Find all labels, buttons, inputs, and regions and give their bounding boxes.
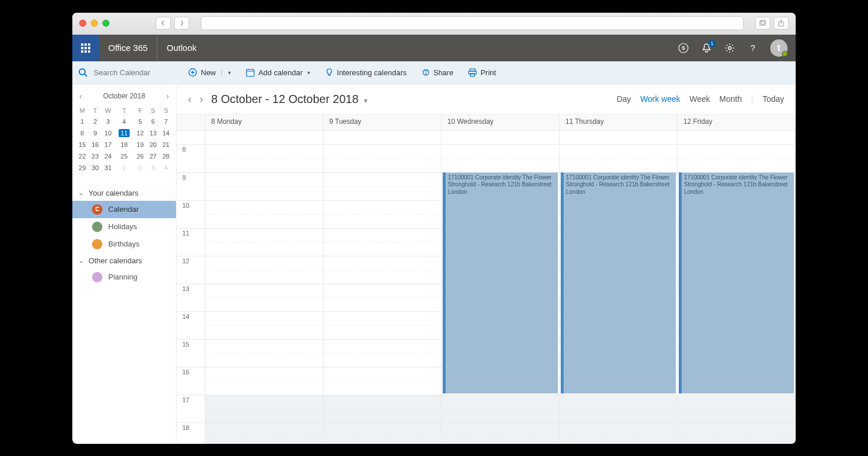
time-slot[interactable] [205, 284, 323, 311]
time-slot[interactable] [442, 395, 559, 422]
minical-day[interactable]: 25 [115, 150, 134, 162]
minical-day[interactable]: 30 [89, 162, 101, 174]
time-slot[interactable] [205, 311, 323, 339]
app-label[interactable]: Outlook [157, 43, 206, 53]
day-column[interactable] [205, 145, 323, 444]
calendar-event[interactable]: 17100001 Corporate identity The Flower S… [679, 172, 794, 394]
new-button[interactable]: New |▾ [188, 68, 231, 77]
window-close-button[interactable] [79, 20, 86, 27]
allday-cell[interactable] [442, 131, 560, 144]
calendar-group-other[interactable]: ⌄Other calendars [72, 253, 176, 269]
browser-tabs-button[interactable] [755, 17, 770, 30]
interesting-calendars-button[interactable]: Interesting calendars [325, 68, 407, 77]
time-slot[interactable] [678, 395, 795, 422]
time-slot[interactable] [323, 339, 441, 367]
notifications-button[interactable]: 1 [701, 42, 712, 54]
address-bar[interactable] [201, 16, 744, 30]
calendar-group-your[interactable]: ⌄Your calendars [72, 185, 176, 201]
day-column[interactable]: 17100001 Corporate identity The Flower S… [560, 145, 678, 444]
view-week[interactable]: Week [690, 94, 711, 104]
minical-day[interactable]: 16 [89, 139, 101, 150]
view-work-week[interactable]: Work week [641, 94, 681, 104]
time-slot[interactable] [560, 422, 677, 444]
minical-day[interactable]: 24 [102, 150, 115, 162]
search-input[interactable] [94, 68, 163, 77]
browser-share-button[interactable] [774, 17, 789, 30]
range-prev-button[interactable]: ‹ [188, 93, 192, 105]
time-slot[interactable] [205, 145, 323, 172]
share-button[interactable]: Share [422, 68, 454, 77]
calendar-item[interactable]: Holidays [72, 218, 176, 236]
time-slot[interactable] [323, 311, 441, 339]
time-slot[interactable] [323, 200, 441, 228]
time-slot[interactable] [323, 256, 441, 284]
time-slot[interactable] [205, 339, 323, 367]
time-slot[interactable] [560, 145, 677, 172]
minical-prev-button[interactable]: ‹ [79, 91, 82, 101]
minical-day[interactable]: 3 [146, 162, 159, 174]
browser-forward-button[interactable] [174, 17, 189, 30]
window-maximize-button[interactable] [102, 20, 109, 27]
time-slot[interactable] [205, 367, 323, 395]
calendar-item[interactable]: Birthdays [72, 236, 176, 253]
time-slot[interactable] [205, 256, 323, 284]
time-slot[interactable] [442, 422, 559, 444]
day-column[interactable]: 17100001 Corporate identity The Flower S… [678, 145, 796, 444]
time-slot[interactable] [442, 145, 559, 172]
time-slot[interactable] [323, 422, 441, 444]
minical-day[interactable]: 8 [76, 127, 89, 139]
minical-day[interactable]: 12 [134, 127, 146, 139]
time-slot[interactable] [205, 422, 323, 444]
minical-day[interactable]: 2 [89, 116, 101, 127]
range-next-button[interactable]: › [200, 93, 203, 105]
minical-day[interactable]: 13 [146, 127, 159, 139]
time-slot[interactable] [323, 395, 441, 422]
time-slot[interactable] [323, 172, 441, 200]
minical-day[interactable]: 17 [102, 139, 115, 150]
window-minimize-button[interactable] [91, 20, 98, 27]
allday-cell[interactable] [560, 131, 678, 144]
view-month[interactable]: Month [719, 94, 742, 104]
calendar-event[interactable]: 17100001 Corporate identity The Flower S… [561, 172, 676, 394]
minical-day[interactable]: 20 [146, 139, 159, 150]
minical-day[interactable]: 10 [102, 127, 115, 139]
app-launcher-button[interactable] [72, 35, 99, 61]
calendar-event[interactable]: 17100001 Corporate identity The Flower S… [443, 172, 558, 394]
minical-next-button[interactable]: › [166, 91, 169, 101]
minical-day[interactable]: 5 [134, 116, 146, 127]
minical-day[interactable]: 7 [160, 116, 172, 127]
minical-day[interactable]: 9 [89, 127, 101, 139]
minical-day[interactable]: 6 [146, 116, 159, 127]
skype-icon[interactable]: S [678, 42, 689, 54]
minical-day[interactable]: 1 [76, 116, 89, 127]
time-slot[interactable] [323, 228, 441, 256]
account-avatar[interactable]: t [770, 39, 788, 57]
minical-day[interactable]: 18 [115, 139, 134, 150]
time-slot[interactable] [560, 395, 677, 422]
print-button[interactable]: Print [468, 68, 496, 77]
minical-day[interactable]: 15 [76, 139, 89, 150]
minical-day[interactable]: 2 [134, 162, 146, 174]
minical-day[interactable]: 22 [76, 150, 89, 162]
minical-day[interactable]: 23 [89, 150, 101, 162]
minical-day[interactable]: 11 [115, 127, 134, 139]
time-slot[interactable] [205, 228, 323, 256]
minical-day[interactable]: 4 [115, 116, 134, 127]
range-title[interactable]: 8 October - 12 October 2018 ▾ [211, 93, 367, 106]
time-slot[interactable] [678, 145, 795, 172]
time-slot[interactable] [678, 422, 795, 444]
minical-day[interactable]: 28 [160, 150, 172, 162]
minical-day[interactable]: 26 [134, 150, 146, 162]
day-column[interactable] [323, 145, 442, 444]
time-slot[interactable] [323, 284, 441, 311]
minical-day[interactable]: 1 [115, 162, 134, 174]
add-calendar-button[interactable]: Add calendar ▾ [246, 68, 310, 77]
minical-day[interactable]: 4 [160, 162, 172, 174]
allday-cell[interactable] [205, 131, 323, 144]
minical-day[interactable]: 19 [134, 139, 146, 150]
allday-cell[interactable] [323, 131, 442, 144]
suite-label[interactable]: Office 365 [99, 35, 157, 61]
calendar-item[interactable]: CCalendar [72, 201, 176, 218]
view-day[interactable]: Day [617, 94, 631, 104]
view-today[interactable]: Today [763, 94, 784, 104]
